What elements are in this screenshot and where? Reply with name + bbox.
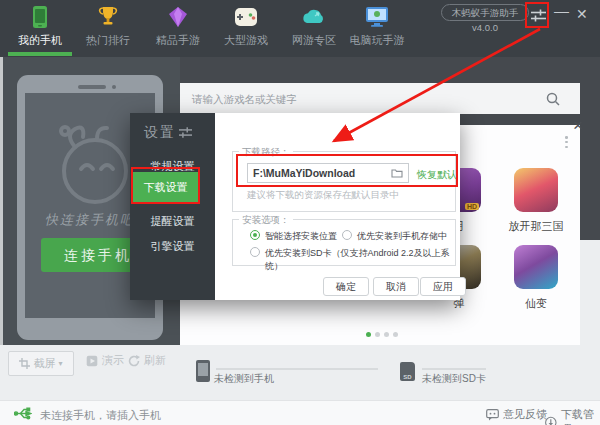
dialog-close-icon[interactable]: ✕ [570,118,586,133]
sliders-icon [179,126,192,139]
active-tab-underline [8,52,72,56]
radio-sdcard-install[interactable] [250,247,260,257]
sdcard-icon: SD [400,362,415,381]
gamepad-icon [214,4,278,30]
connection-status-text: 未连接手机，请插入手机 [40,408,161,423]
settings-title: 设置 [144,124,176,142]
trophy-icon [76,4,140,30]
refresh-icon [128,355,140,367]
app-title: 木蚂蚁手游助手v4.0.0 [441,4,529,21]
tab-pc-play[interactable]: 电脑玩手游 [344,4,410,54]
path-hint-text: 建议将下载的资源保存在默认目录中 [247,189,399,202]
settings-tab-engine[interactable]: 引擎设置 [130,239,215,254]
phone-camera-dot [112,85,116,89]
game-icon[interactable] [514,168,558,212]
ok-button[interactable]: 确定 [323,277,369,296]
connection-line [216,368,378,370]
sdcard-status-label: 未检测到SD卡 [422,372,486,386]
tab-label: 我的手机 [8,33,72,48]
radio-smart-install[interactable] [250,230,260,240]
tab-my-phone[interactable]: 我的手机 [8,4,72,54]
bottom-strip: 截屏 ▾ 演示 刷新 未检测到手机 SD 未检测到SD卡 [0,345,600,400]
download-icon [545,416,557,425]
minimize-icon[interactable]: — [554,4,569,18]
mumayi-mascot-icon [51,121,133,207]
demo-button[interactable]: 演示 [86,353,124,368]
cloud-icon [282,4,346,30]
gem-icon [146,4,210,30]
radio-label[interactable]: 优先安装到手机存储中 [357,230,447,243]
game-title[interactable]: 仙变 [504,296,568,311]
status-bar: 未连接手机，请插入手机 意见反馈 下载管理 [0,400,600,425]
download-manager-button[interactable]: 下载管理 [545,407,600,425]
annotation-box-settings-icon [525,2,549,28]
app-window: 我的手机 热门排行 精品手游 大型游戏 网游专区 [0,0,600,425]
apply-button[interactable]: 应用 [420,277,466,296]
pagination-dots[interactable] [366,332,398,337]
close-icon[interactable]: ✕ [576,7,588,21]
search-placeholder: 请输入游戏名或关键字 [192,93,297,107]
phone-status-label: 未检测到手机 [214,372,274,386]
radio-label[interactable]: 智能选择安装位置 [265,230,337,243]
screenshot-button[interactable]: 截屏 ▾ [8,351,74,376]
settings-sidebar: 设置 常规设置 下载设置 提醒设置 引擎设置 [130,113,215,300]
cancel-button[interactable]: 取消 [373,277,419,296]
download-manager-label: 下载管理 [561,407,600,425]
radio-label[interactable]: 优先安装到SD卡（仅支持Android 2.2及以上系统） [265,247,460,273]
settings-tab-reminder[interactable]: 提醒设置 [130,214,215,229]
settings-dialog: 设置 常规设置 下载设置 提醒设置 引擎设置 ✕ 下载路径： F:\MuMaYi… [130,113,460,300]
annotation-box-path-input [236,154,458,187]
phone-icon [8,4,72,30]
usb-icon [14,406,32,421]
search-bar[interactable]: 请输入游戏名或关键字 [180,83,580,114]
tab-online-games[interactable]: 网游专区 [282,4,346,54]
phone-speaker [78,85,106,89]
tab-large-games[interactable]: 大型游戏 [214,4,278,54]
tab-label: 大型游戏 [214,33,278,48]
tab-hot-ranking[interactable]: 热门排行 [76,4,140,54]
radio-phone-storage[interactable] [342,230,352,240]
titlebar: 我的手机 热门排行 精品手游 大型游戏 网游专区 [0,0,600,57]
crop-icon [19,358,30,369]
window-left-edge [0,57,3,345]
feedback-label: 意见反馈 [503,407,547,422]
refresh-label: 刷新 [144,353,166,368]
game-title[interactable]: 放开那三国 [504,219,568,234]
tab-label: 精品手游 [146,33,210,48]
tab-label: 电脑玩手游 [344,33,410,48]
search-icon[interactable] [546,92,560,106]
tab-premium-games[interactable]: 精品手游 [146,4,210,54]
play-icon [86,355,98,367]
demo-label: 演示 [102,353,124,368]
more-options-icon[interactable] [565,136,568,150]
chat-icon [486,409,499,421]
monitor-icon [344,4,410,30]
content-right-margin [580,125,600,240]
tab-label: 网游专区 [282,33,346,48]
game-icon[interactable] [514,245,558,289]
refresh-button[interactable]: 刷新 [128,353,166,368]
chevron-down-icon: ▾ [58,359,62,368]
tab-label: 热门排行 [76,33,140,48]
connection-line [422,368,486,370]
install-options-label: 安装选项： [239,214,293,227]
annotation-box-download-tab [131,167,200,204]
feedback-button[interactable]: 意见反馈 [486,407,547,422]
phone-device-icon [196,360,210,382]
screenshot-label: 截屏 [33,356,55,371]
